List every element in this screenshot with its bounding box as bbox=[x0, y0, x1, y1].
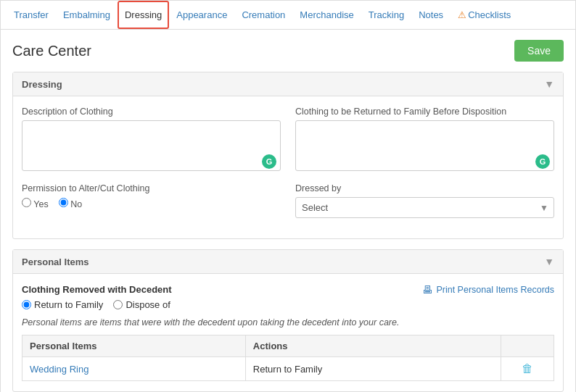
permission-radio-group: Yes No bbox=[22, 198, 281, 213]
main-content: Care Center Save Dressing ▼ Description … bbox=[1, 30, 575, 392]
table-body: Wedding Ring Return to Family 🗑 bbox=[22, 357, 554, 381]
dressing-section-body: Description of Clothing G Clothing to be… bbox=[13, 96, 563, 238]
clothing-removed-row: Clothing Removed with Decedent Return to… bbox=[22, 284, 554, 310]
nav-notes[interactable]: Notes bbox=[411, 1, 450, 29]
personal-items-section-body: Clothing Removed with Decedent Return to… bbox=[13, 274, 563, 391]
description-clothing-group: Description of Clothing G bbox=[22, 107, 281, 173]
grammarly-icon-2: G bbox=[535, 154, 550, 169]
personal-items-info: Personal items are items that were with … bbox=[22, 317, 554, 328]
page-title: Care Center bbox=[12, 43, 91, 59]
dispose-of-radio[interactable] bbox=[113, 300, 123, 309]
grammarly-icon-1: G bbox=[262, 154, 276, 169]
dressed-by-label: Dressed by bbox=[295, 183, 554, 193]
nav-cremation[interactable]: Cremation bbox=[234, 1, 292, 29]
permission-dressed-row: Permission to Alter/Cut Clothing Yes No bbox=[22, 183, 554, 218]
top-navigation: Transfer Embalming Dressing Appearance C… bbox=[1, 1, 575, 30]
dressed-by-select[interactable]: Select bbox=[295, 197, 554, 218]
dressing-panel: Dressing ▼ Description of Clothing G Clo… bbox=[12, 72, 564, 239]
item-name-cell: Wedding Ring bbox=[22, 357, 246, 381]
dressing-section-header[interactable]: Dressing ▼ bbox=[13, 72, 563, 96]
table-row: Wedding Ring Return to Family 🗑 bbox=[22, 357, 554, 381]
permission-yes-radio[interactable] bbox=[22, 198, 31, 207]
print-personal-items-link[interactable]: 🖶 Print Personal Items Records bbox=[422, 284, 554, 296]
personal-items-table: Personal Items Actions Wedding Ring Retu… bbox=[22, 335, 554, 381]
item-action-cell: Return to Family bbox=[245, 357, 501, 381]
nav-tracking[interactable]: Tracking bbox=[361, 1, 411, 29]
page-header: Care Center Save bbox=[12, 40, 564, 62]
nav-merchandise[interactable]: Merchandise bbox=[292, 1, 361, 29]
personal-items-section-header[interactable]: Personal Items ▼ bbox=[13, 250, 563, 274]
description-clothing-label: Description of Clothing bbox=[22, 107, 281, 117]
personal-items-panel: Personal Items ▼ Clothing Removed with D… bbox=[12, 249, 564, 392]
nav-appearance[interactable]: Appearance bbox=[169, 1, 234, 29]
dressed-by-select-wrap: Select ▼ bbox=[295, 197, 554, 218]
nav-transfer[interactable]: Transfer bbox=[7, 1, 56, 29]
permission-no-radio[interactable] bbox=[59, 198, 68, 207]
dressing-textareas-row: Description of Clothing G Clothing to be… bbox=[22, 107, 554, 173]
dressing-section-title: Dressing bbox=[22, 79, 62, 90]
col-header-actions: Actions bbox=[245, 335, 501, 357]
return-clothing-group: Clothing to be Returned to Family Before… bbox=[295, 107, 554, 173]
permission-label: Permission to Alter/Cut Clothing bbox=[22, 183, 281, 193]
permission-group: Permission to Alter/Cut Clothing Yes No bbox=[22, 183, 281, 218]
save-button[interactable]: Save bbox=[514, 40, 564, 62]
item-delete-cell: 🗑 bbox=[501, 357, 554, 381]
table-header: Personal Items Actions bbox=[22, 335, 554, 357]
return-to-family-text: Return to Family bbox=[34, 299, 103, 310]
description-clothing-wrap: G bbox=[22, 120, 281, 173]
return-to-family-label[interactable]: Return to Family bbox=[22, 299, 103, 310]
col-header-delete bbox=[501, 335, 554, 357]
print-icon: 🖶 bbox=[422, 284, 432, 296]
personal-items-section-title: Personal Items bbox=[22, 257, 89, 267]
dispose-of-label[interactable]: Dispose of bbox=[113, 299, 170, 310]
dispose-of-text: Dispose of bbox=[126, 299, 170, 310]
print-link-text: Print Personal Items Records bbox=[436, 285, 554, 295]
nav-dressing[interactable]: Dressing bbox=[118, 1, 169, 29]
nav-embalming[interactable]: Embalming bbox=[56, 1, 118, 29]
description-clothing-input[interactable] bbox=[22, 120, 281, 171]
permission-no-label[interactable]: No bbox=[59, 198, 82, 209]
permission-no-text: No bbox=[70, 199, 82, 209]
delete-icon[interactable]: 🗑 bbox=[522, 362, 533, 375]
col-header-items: Personal Items bbox=[22, 335, 246, 357]
warning-icon: ⚠ bbox=[458, 9, 466, 20]
nav-checklists[interactable]: ⚠Checklists bbox=[450, 1, 518, 29]
wedding-ring-link[interactable]: Wedding Ring bbox=[30, 364, 89, 375]
permission-yes-text: Yes bbox=[33, 199, 48, 209]
clothing-removed-label: Clothing Removed with Decedent bbox=[22, 284, 172, 295]
clothing-removed-left: Clothing Removed with Decedent Return to… bbox=[22, 284, 172, 310]
personal-items-chevron-icon: ▼ bbox=[544, 256, 554, 267]
permission-yes-label[interactable]: Yes bbox=[22, 198, 49, 209]
dressed-by-group: Dressed by Select ▼ bbox=[295, 183, 554, 218]
return-clothing-wrap: G bbox=[295, 120, 554, 173]
clothing-radio-group: Return to Family Dispose of bbox=[22, 299, 172, 310]
dressing-chevron-icon: ▼ bbox=[544, 78, 554, 90]
return-clothing-input[interactable] bbox=[295, 120, 554, 171]
return-clothing-label: Clothing to be Returned to Family Before… bbox=[295, 107, 554, 117]
return-to-family-radio[interactable] bbox=[22, 300, 31, 309]
